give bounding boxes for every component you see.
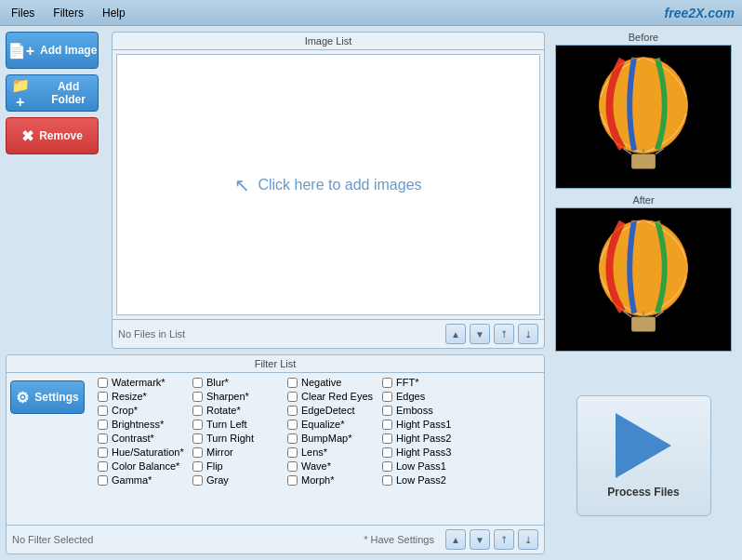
filter-item: Equalize* [287,419,380,430]
filter-content: ⚙ Settings Watermark*Resize*Crop*Brightn… [7,373,544,525]
filter-item: Clear Red Eyes [287,391,380,402]
filter-item: Low Pass1 [382,460,475,472]
filter-col-3: NegativeClear Red EyesEdgeDetectEqualize… [287,377,380,521]
filter-checkbox[interactable] [287,461,298,472]
filter-settings-panel: ⚙ Settings [10,377,94,521]
filter-checkbox[interactable] [287,392,298,402]
filter-item: FFT* [382,377,475,388]
image-list-footer: No Files in List ▲ ▼ ⤒ ⤓ [113,319,544,348]
filter-label: Turn Left [206,419,247,430]
filter-footer: No Filter Selected * Have Settings ▲ ▼ ⤒… [7,525,544,553]
no-filter-label: No Filter Selected [12,534,360,545]
filter-checkbox[interactable] [98,447,108,458]
filter-up-button[interactable]: ▲ [445,529,466,550]
filter-bottom-button[interactable]: ⤓ [518,529,538,550]
filter-checkbox[interactable] [287,475,298,486]
filter-top-button[interactable]: ⤒ [494,529,514,550]
filter-checkbox[interactable] [98,420,108,430]
filter-label: Contrast* [112,433,154,444]
filter-item: EdgeDetect [287,405,380,416]
filter-label: Low Pass1 [396,460,446,472]
filter-down-button[interactable]: ▼ [470,529,490,550]
filter-label: Hue/Saturation* [112,447,184,458]
add-image-icon: 📄+ [7,42,34,60]
filter-checkbox[interactable] [192,392,203,402]
filter-item: Morph* [287,474,380,486]
filter-item: Emboss [382,405,475,416]
filter-checkbox[interactable] [98,378,108,388]
list-top-button[interactable]: ⤒ [494,324,514,344]
add-folder-button[interactable]: 📁+ Add Folder [6,74,99,112]
arrow-hint-icon: ↖ [234,174,250,196]
remove-button[interactable]: ✖ Remove [6,117,99,154]
filter-item: Gray [192,474,285,486]
filter-checkbox[interactable] [98,392,108,402]
after-label: After [632,194,654,206]
filter-checkbox[interactable] [382,420,392,430]
filter-item: Turn Right [192,433,285,444]
filter-checkbox[interactable] [287,447,298,458]
filter-checkbox[interactable] [98,433,108,444]
filter-checkbox[interactable] [192,378,203,388]
filter-checkbox[interactable] [192,420,203,430]
before-balloon-svg [556,45,731,189]
after-preview-image [555,207,732,352]
titlebar: Files Filters Help free2X.com [0,0,742,26]
filter-checkbox[interactable] [382,406,392,416]
filter-checkbox[interactable] [287,406,298,416]
filter-label: Hight Pass2 [396,433,451,444]
filter-label: Mirror [206,447,233,458]
filter-checkbox[interactable] [287,378,298,388]
svg-rect-3 [631,154,656,169]
filter-checkbox[interactable] [382,447,392,458]
add-image-button[interactable]: 📄+ Add Image [6,32,99,69]
process-arrow-icon [616,413,671,478]
filter-checkbox[interactable] [382,433,392,444]
filter-checkbox[interactable] [382,475,392,486]
filter-label: Rotate* [206,405,241,416]
filter-checkbox[interactable] [98,461,108,472]
filter-label: Equalize* [301,419,344,430]
filter-label: Turn Right [206,433,254,444]
filter-checkbox[interactable] [382,392,392,402]
filter-checkbox[interactable] [192,433,203,444]
main-area: 📄+ Add Image 📁+ Add Folder ✖ Remove Imag… [0,26,742,560]
filter-item: Sharpen* [192,391,285,402]
menu-help[interactable]: Help [99,5,129,21]
settings-button[interactable]: ⚙ Settings [10,380,85,414]
menu-filters[interactable]: Filters [49,5,87,21]
filter-label: FFT* [396,377,418,388]
filter-label: Lens* [301,447,327,458]
filter-label: Watermark* [112,377,166,388]
filter-item: Edges [382,391,475,402]
filter-item: Low Pass2 [382,474,475,486]
filter-item: Watermark* [98,377,191,388]
filter-checkbox[interactable] [192,461,203,472]
filter-col-2: Blur*Sharpen*Rotate*Turn LeftTurn RightM… [192,377,285,521]
process-button-section: Process Files [550,357,736,554]
process-files-button[interactable]: Process Files [576,395,711,516]
process-files-label: Process Files [607,486,679,499]
filter-checkbox[interactable] [98,406,108,416]
filter-item: Flip [192,460,285,472]
filter-checkbox[interactable] [382,461,392,472]
filter-columns: Watermark*Resize*Crop*Brightness*Contras… [98,377,540,521]
filter-checkbox[interactable] [192,406,203,416]
menu-files[interactable]: Files [7,5,38,21]
filter-checkbox[interactable] [192,475,203,486]
list-down-button[interactable]: ▼ [470,324,490,344]
filter-label: Gray [206,474,229,486]
filter-label: Blur* [206,377,229,388]
filter-checkbox[interactable] [382,378,392,388]
image-list-content[interactable]: ↖ Click here to add images [116,54,540,315]
list-bottom-button[interactable]: ⤓ [518,324,538,344]
filter-label: Edges [396,391,425,402]
filter-label: Sharpen* [206,391,249,402]
after-preview-section: After [550,194,736,352]
filter-checkbox[interactable] [287,433,298,444]
filter-checkbox[interactable] [192,447,203,458]
add-hint: ↖ Click here to add images [234,174,421,196]
filter-checkbox[interactable] [98,475,108,486]
filter-checkbox[interactable] [287,420,298,430]
list-up-button[interactable]: ▲ [445,324,466,344]
